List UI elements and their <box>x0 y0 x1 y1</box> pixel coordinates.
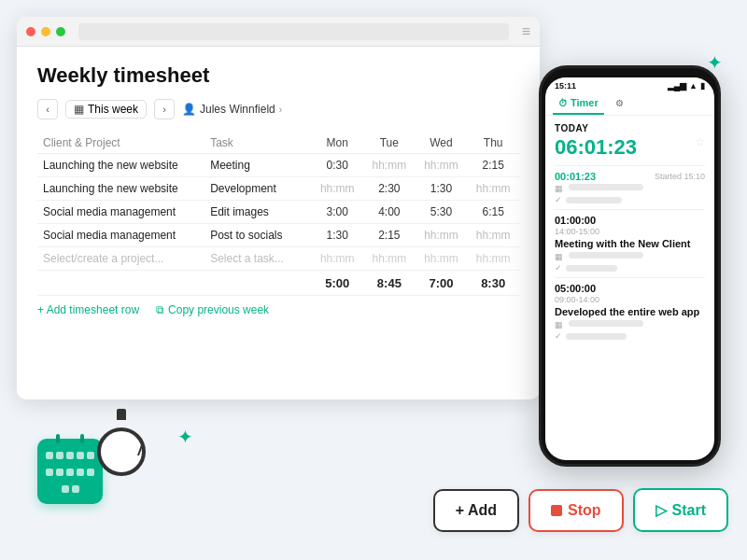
cal-cell <box>46 452 53 459</box>
stop-button[interactable]: Stop <box>529 489 624 532</box>
table-row: Launching the new website Meeting 0:30 h… <box>37 154 519 177</box>
entry1-duration: 01:00:00 <box>555 215 705 226</box>
menu-icon: ≡ <box>522 23 530 40</box>
cell-thu[interactable]: hh:mm <box>467 177 519 201</box>
bottom-buttons: + Add Stop ▷ Start <box>433 488 728 532</box>
prev-week-button[interactable]: ‹ <box>37 99 58 119</box>
check-icon-2: ✓ <box>555 263 562 273</box>
cal-cell <box>46 469 53 476</box>
cell-wed[interactable]: 5:30 <box>416 201 468 224</box>
timesheet-nav: ‹ ▦ This week › 👤 Jules Winnfield › <box>37 99 519 119</box>
cell-wed[interactable]: hh:mm <box>416 154 468 177</box>
timer-hand <box>137 443 144 456</box>
totals-row: 5:00 8:45 7:00 8:30 <box>37 271 519 296</box>
table-row: Launching the new website Development hh… <box>37 177 519 201</box>
cal-cell <box>77 469 84 476</box>
copy-week-link[interactable]: ⧉ Copy previous week <box>156 303 269 316</box>
today-timer: 06:01:23 <box>555 135 705 160</box>
cell-task: Development <box>204 177 311 201</box>
browser-bar: ≡ <box>17 17 540 47</box>
phone-screen: 15:11 ▂▄▆ ▲ ▮ ⏱ Timer ⚙ TODAY ☆ 06:01:23 <box>545 77 714 460</box>
minimize-dot <box>41 27 50 36</box>
cell-tue[interactable]: 4:00 <box>363 201 416 224</box>
col-header-task: Task <box>204 133 311 154</box>
entry-2: 05:00:00 09:00-14:00 Developed the entir… <box>555 277 705 345</box>
timer-decoration <box>84 401 159 476</box>
cell-mon[interactable]: 3:00 <box>311 201 363 224</box>
cell-tue[interactable]: 2:15 <box>363 224 416 247</box>
cell-client: Launching the new website <box>37 177 204 201</box>
cell-mon[interactable]: hh:mm <box>311 177 363 201</box>
url-bar <box>78 23 509 40</box>
cell-mon[interactable]: 1:30 <box>311 224 363 247</box>
placeholder-tue[interactable]: hh:mm <box>363 247 416 271</box>
play-icon: ▷ <box>655 501 667 519</box>
phone-signal-area: ▂▄▆ ▲ ▮ <box>668 81 705 91</box>
phone-tab-bar: ⏱ Timer ⚙ <box>545 92 714 116</box>
cell-thu[interactable]: 2:15 <box>467 154 519 177</box>
entry1-name: Meeting with the New Client <box>555 238 705 249</box>
placeholder-wed[interactable]: hh:mm <box>416 247 468 271</box>
cell-thu[interactable]: hh:mm <box>467 224 519 247</box>
add-button[interactable]: + Add <box>433 489 519 532</box>
entry-calendar-icon: ▦ <box>555 184 563 193</box>
next-week-button[interactable]: › <box>154 99 175 119</box>
stop-label: Stop <box>568 502 601 519</box>
cell-task: Post to socials <box>204 224 311 247</box>
browser-window: ≡ Weekly timesheet ‹ ▦ This week › 👤 Jul… <box>17 17 540 399</box>
cal-cell <box>72 485 79 493</box>
placeholder-mon[interactable]: hh:mm <box>311 247 363 271</box>
entry1-bar-1 <box>569 252 643 259</box>
timer-tab-icon: ⏱ <box>558 98 568 108</box>
total-mon: 5:00 <box>311 271 363 296</box>
cell-wed[interactable]: hh:mm <box>416 224 468 247</box>
cell-thu[interactable]: 6:15 <box>467 201 519 224</box>
cell-wed[interactable]: 1:30 <box>416 177 468 201</box>
entry2-calendar-icon: ▦ <box>555 320 563 329</box>
tab-timer[interactable]: ⏱ Timer <box>553 92 604 115</box>
signal-icon: ▂▄▆ <box>668 81 686 91</box>
total-wed: 7:00 <box>416 271 468 296</box>
star-icon: ☆ <box>695 135 705 148</box>
col-header-wed: Wed <box>416 133 468 154</box>
today-label: TODAY <box>555 123 705 133</box>
phone-content: TODAY ☆ 06:01:23 00:01:23 Started 15:10 … <box>545 116 714 460</box>
tab-settings[interactable]: ⚙ <box>610 92 629 115</box>
maximize-dot <box>56 27 65 36</box>
cell-client: Launching the new website <box>37 154 204 177</box>
cal-cell <box>66 469 74 476</box>
total-label <box>37 271 204 296</box>
user-selector[interactable]: 👤 Jules Winnfield › <box>182 103 282 116</box>
stop-icon <box>551 505 562 516</box>
settings-tab-icon: ⚙ <box>615 98 624 108</box>
placeholder-thu[interactable]: hh:mm <box>467 247 519 271</box>
total-thu: 8:30 <box>467 271 519 296</box>
cell-tue[interactable]: hh:mm <box>363 154 416 177</box>
cell-client: Social media management <box>37 201 204 224</box>
close-dot <box>26 27 35 36</box>
entry-elapsed: 00:01:23 <box>555 171 596 182</box>
cell-mon[interactable]: 0:30 <box>311 154 363 177</box>
entry2-bar-2 <box>566 333 627 340</box>
timer-circle <box>97 427 146 476</box>
timesheet-panel: Weekly timesheet ‹ ▦ This week › 👤 Jules… <box>17 47 540 326</box>
add-row-link[interactable]: + Add timesheet row <box>37 303 139 316</box>
cell-tue[interactable]: 2:30 <box>363 177 416 201</box>
copy-week-label: Copy previous week <box>168 303 269 316</box>
placeholder-client[interactable]: Select/create a project... <box>37 247 204 271</box>
entry2-time-range: 09:00-14:00 <box>555 295 705 304</box>
placeholder-task[interactable]: Select a task... <box>204 247 311 271</box>
cell-task: Edit images <box>204 201 311 224</box>
table-row: Social media management Post to socials … <box>37 224 519 247</box>
entry2-bar-1 <box>569 320 643 327</box>
page-title: Weekly timesheet <box>37 63 519 88</box>
cal-cell <box>62 485 69 493</box>
week-selector-button[interactable]: ▦ This week <box>65 100 147 119</box>
wifi-icon: ▲ <box>689 81 698 91</box>
start-label: Start <box>672 502 706 519</box>
timer-tab-label: Timer <box>571 97 599 108</box>
calendar-icon: ▦ <box>74 103 84 116</box>
entry1-time-range: 14:00-15:00 <box>555 227 705 236</box>
check-icon-1: ✓ <box>555 195 562 204</box>
start-button[interactable]: ▷ Start <box>633 488 728 532</box>
